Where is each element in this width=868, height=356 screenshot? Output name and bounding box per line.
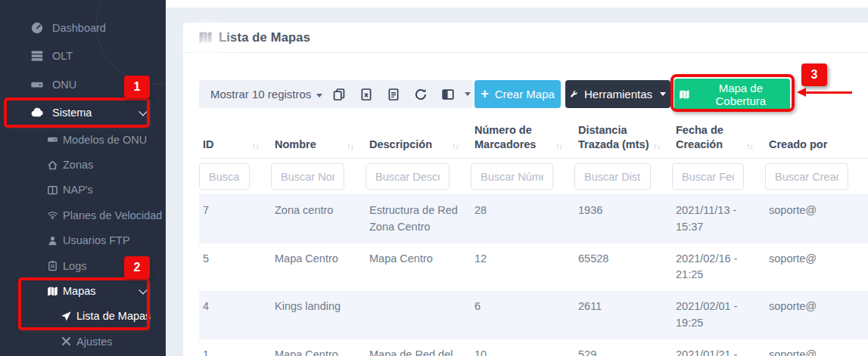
- column-label: Nombre: [275, 138, 316, 152]
- maps-table: ID↑↓Nombre↑↓Descripción↑↓Número de Marca…: [199, 123, 868, 356]
- column-header-creado-por[interactable]: Creado por: [765, 123, 868, 159]
- sidebar-item-dashboard[interactable]: Dashboard: [0, 14, 166, 42]
- search-nombre-input[interactable]: [271, 163, 344, 190]
- sidebar-item-label: Dashboard: [52, 22, 106, 34]
- column-header-n-mero-de-marcadores[interactable]: Número de Marcadores↑↓: [471, 123, 574, 159]
- table-cell: Zona centro: [271, 195, 366, 243]
- table-row: 7Zona centroEstructura de Red Zona Centr…: [199, 195, 868, 243]
- sidebar-item-label: Modelos de ONU: [63, 134, 147, 146]
- sidebar-item-zonas[interactable]: Zonas: [0, 152, 166, 177]
- sidebar-item-label: ONU: [52, 79, 76, 91]
- table-cell: soporte@: [765, 339, 868, 356]
- page-title: Lista de Mapas: [219, 30, 310, 45]
- file-text-icon[interactable]: [387, 88, 400, 101]
- crear-mapa-button[interactable]: +Crear Mapa: [474, 80, 561, 108]
- sidebar-item-mapas[interactable]: Mapas: [0, 278, 166, 303]
- map-icon: [679, 88, 690, 101]
- table-cell: 65528: [574, 243, 672, 292]
- table-cell: 2021/11/13 - 15:37: [672, 195, 765, 243]
- file-excel-icon[interactable]: [359, 88, 373, 101]
- herramientas-button[interactable]: Herramientas: [565, 80, 670, 108]
- sidebar-item-label: Mapas: [63, 285, 96, 297]
- search-id-input[interactable]: [199, 163, 250, 190]
- sidebar-item-sistema[interactable]: Sistema: [0, 99, 166, 128]
- sidebar-item-label: NAP's: [63, 184, 93, 196]
- column-header-descripci-n[interactable]: Descripción↑↓: [366, 123, 471, 159]
- table-cell: Estructura de Red Zona Centro: [366, 195, 471, 243]
- sidebar-item-usuarios-ftp[interactable]: Usuarios FTP: [0, 228, 166, 253]
- chevron-down-icon: [138, 286, 147, 294]
- sort-icon: ↑↓: [347, 141, 353, 152]
- sort-icon: ↑↓: [653, 141, 660, 152]
- send-icon: [61, 311, 72, 322]
- map-icon: [47, 286, 58, 297]
- server-icon: [30, 49, 44, 63]
- user-icon: [47, 235, 58, 246]
- table-cell: 1936: [574, 195, 672, 243]
- column-label: Fecha de Creación: [676, 123, 746, 152]
- mapa-de-cobertura-button[interactable]: Mapa de Cobertura: [674, 79, 790, 110]
- column-header-id[interactable]: ID↑↓: [199, 123, 271, 159]
- sidebar-item-label: Planes de Velocidad: [63, 209, 162, 221]
- sidebar-item-onu[interactable]: ONU: [0, 70, 166, 99]
- table-container: ID↑↓Nombre↑↓Descripción↑↓Número de Marca…: [199, 123, 868, 356]
- column-visibility-dropdown[interactable]: [441, 88, 471, 101]
- sidebar-item-logs[interactable]: Logs: [0, 253, 166, 278]
- table-cell: 2021/02/01 - 19:25: [672, 291, 765, 339]
- search-descripci-n-input[interactable]: [366, 163, 450, 190]
- copy-icon[interactable]: [332, 88, 346, 101]
- search-fecha-de-creaci-n-input[interactable]: [672, 163, 744, 190]
- sidebar-item-label: Ajustes: [76, 336, 113, 348]
- table-cell: Mapa Centro: [366, 243, 471, 292]
- sidebar-item-label: Lista de Mapas: [76, 310, 151, 322]
- table-cell: 2021/01/21 - 15:43: [672, 339, 765, 356]
- tools-icon: [61, 336, 72, 347]
- device-icon: [30, 78, 44, 91]
- table-cell: 12: [471, 243, 574, 292]
- sidebar-item-ajustes[interactable]: Ajustes: [0, 329, 166, 354]
- table-cell: 2021/02/16 - 21:25: [672, 243, 765, 292]
- sort-icon: ↑↓: [252, 141, 259, 152]
- table-cell: 6: [471, 291, 574, 339]
- refresh-icon[interactable]: [414, 88, 428, 101]
- table-cell: 28: [471, 195, 574, 243]
- table-search-row: [199, 159, 868, 195]
- plus-icon: +: [481, 87, 489, 101]
- column-label: Distancia Trazada (mts): [578, 123, 653, 152]
- sidebar-item-olt[interactable]: OLT: [0, 42, 166, 71]
- clipboard-icon: [47, 260, 58, 271]
- column-header-nombre[interactable]: Nombre↑↓: [271, 123, 366, 159]
- sidebar-item-modelos-de-onu[interactable]: Modelos de ONU: [0, 127, 166, 152]
- table-cell: 2611: [574, 291, 672, 339]
- column-header-distancia-trazada-mts[interactable]: Distancia Trazada (mts)↑↓: [574, 123, 672, 159]
- search-distancia-trazada-mts-input[interactable]: [574, 163, 651, 190]
- gauge-icon: [30, 21, 44, 35]
- table-cell: Mapa Centro: [271, 243, 366, 292]
- column-header-fecha-de-creaci-n[interactable]: Fecha de Creación↑↓: [672, 123, 765, 159]
- button-label: Crear Mapa: [495, 88, 555, 101]
- sidebar-item-label: Sistema: [52, 107, 92, 119]
- wrench-icon: [570, 88, 578, 101]
- cloud-icon: [30, 106, 44, 119]
- show-entries-dropdown[interactable]: Mostrar 10 registros: [210, 88, 322, 101]
- sidebar: DashboardOLTONUSistemaModelos de ONUZona…: [0, 0, 166, 356]
- button-label: Herramientas: [584, 88, 652, 101]
- search-creado-por-input[interactable]: [765, 163, 848, 190]
- sidebar-item-lista-de-mapas[interactable]: Lista de Mapas: [0, 304, 166, 329]
- search-n-mero-de-marcadores-input[interactable]: [471, 163, 553, 190]
- table-cell: 4: [199, 291, 271, 339]
- table-cell: 10: [471, 339, 574, 356]
- sidebar-item-planes-de-velocidad[interactable]: Planes de Velocidad: [0, 203, 166, 228]
- table-cell: soporte@: [765, 291, 868, 339]
- columns-icon: [47, 184, 58, 196]
- wifi-icon: [47, 209, 58, 221]
- table-cell: Mapa Centro México: [271, 339, 366, 356]
- sidebar-item-label: Zonas: [63, 159, 93, 171]
- show-entries-label: Mostrar 10 registros: [210, 88, 311, 101]
- home-icon: [47, 159, 58, 171]
- table-cell: soporte@: [765, 195, 868, 243]
- table-header-row: ID↑↓Nombre↑↓Descripción↑↓Número de Marca…: [199, 123, 868, 159]
- sidebar-item-nap-s[interactable]: NAP's: [0, 178, 166, 203]
- content-card: Lista de Mapas Mostrar 10 registros +Cre…: [183, 23, 868, 356]
- table-cell: Kings landing: [271, 291, 366, 339]
